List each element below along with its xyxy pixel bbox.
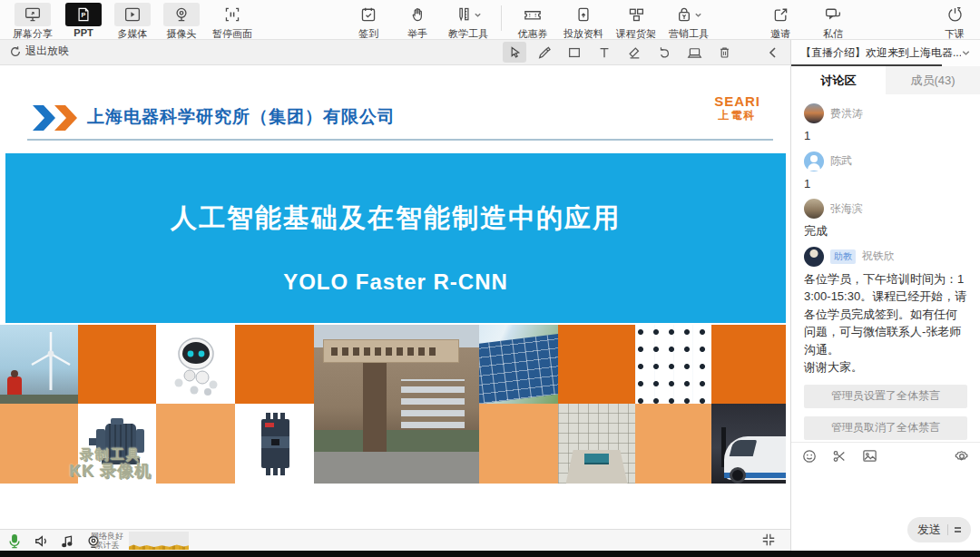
clear-trash-tool[interactable] — [712, 42, 736, 63]
pause-screen-button[interactable]: 暂停画面 — [212, 0, 252, 41]
prev-slide-button[interactable] — [761, 42, 785, 63]
send-divider — [947, 524, 948, 535]
orange-tile — [635, 404, 711, 484]
speaker-icon[interactable] — [34, 534, 49, 548]
chamber-table — [584, 454, 609, 464]
scissors-screenshot-icon[interactable] — [832, 449, 847, 464]
composer-toolbar — [791, 442, 980, 469]
photo-collage — [0, 325, 786, 484]
image-icon[interactable] — [862, 449, 877, 463]
camera-label: 摄像头 — [167, 27, 197, 41]
collage-col-3 — [156, 325, 235, 484]
toolbar-group-left: 屏幕分享 P PPT 多媒体 摄像头 暂停画面 — [13, 0, 252, 40]
coupon-button[interactable]: 优惠券 — [514, 0, 551, 41]
pen-tool[interactable] — [533, 42, 556, 63]
window-bottom-edge — [0, 551, 980, 557]
ppt-button[interactable]: P PPT — [65, 0, 102, 38]
power-exit-icon — [946, 6, 964, 23]
chat-bubbles-icon — [824, 6, 842, 23]
multimedia-button[interactable]: 多媒体 — [114, 0, 151, 41]
pause-screen-icon — [223, 6, 241, 23]
solar-panels-photo — [479, 325, 558, 404]
multimedia-tile — [114, 3, 151, 26]
teaching-tools-button[interactable]: 教学工具 — [448, 0, 488, 41]
undo-tool[interactable] — [652, 42, 676, 63]
chat-message: 陈武 1 — [804, 151, 967, 193]
collage-col-2 — [78, 325, 156, 484]
collage-col-8 — [635, 325, 711, 484]
end-class-label: 下课 — [945, 27, 965, 41]
document-upload-icon — [575, 6, 592, 23]
slide-header: 上海电器科学研究所（集团）有限公司 SEARI 上電科 — [27, 102, 764, 142]
undo-icon — [657, 45, 671, 60]
orange-tile — [558, 325, 635, 404]
chat-message: 助教祝铁欣 各位学员，下午培训时间为：13:00-15:30。课程已经开始，请各… — [804, 247, 967, 376]
music-note-icon[interactable] — [61, 534, 74, 548]
svg-text:P: P — [82, 11, 86, 19]
coupon-tile — [514, 3, 551, 26]
direct-message-button[interactable]: 私信 — [815, 0, 851, 41]
emoji-icon[interactable] — [802, 449, 817, 464]
network-quality-label: 网络良好 — [87, 532, 127, 541]
direct-message-tile — [815, 3, 851, 26]
message-text: 1 — [804, 127, 967, 145]
invite-button[interactable]: 邀请 — [762, 0, 799, 41]
exit-presentation-label: 退出放映 — [25, 44, 69, 59]
screen-share-button[interactable]: 屏幕分享 — [13, 0, 53, 41]
toolbar-group-center: 签到 举手 教学工具 优惠券 投放资料 — [350, 0, 709, 40]
end-class-button[interactable]: 下课 — [936, 0, 973, 41]
exit-fullscreen-button[interactable] — [761, 533, 776, 547]
camera-button[interactable]: 摄像头 — [163, 0, 200, 41]
slide-subtitle: YOLO Faster R-CNN — [5, 269, 786, 295]
toolbar-group-right: 邀请 私信 — [762, 0, 851, 40]
materials-button[interactable]: 投放资料 — [564, 0, 603, 41]
raise-hand-button[interactable]: 举手 — [399, 0, 436, 41]
send-button[interactable]: 发送 — [907, 517, 971, 542]
select-cursor-tool[interactable] — [503, 42, 526, 63]
message-text: 各位学员，下午培训时间为：13:00-15:30。课程已经开始，请各位学员完成签… — [804, 270, 967, 376]
cursor-icon — [508, 45, 522, 59]
institute-building-photo — [314, 325, 479, 484]
live-intro-title: 【直播介绍】欢迎来到上海电器... — [800, 45, 961, 61]
settings-gear-icon[interactable] — [955, 449, 969, 464]
live-intro-header[interactable]: 【直播介绍】欢迎来到上海电器... — [791, 40, 980, 66]
orange-tile — [711, 325, 786, 404]
send-options-icon — [955, 527, 961, 529]
company-title: 上海电器科学研究所（集团）有限公司 — [87, 105, 396, 129]
building-windows — [401, 379, 465, 428]
materials-tile — [565, 3, 602, 26]
course-shelf-tile — [618, 3, 654, 26]
whiteboard-tool[interactable] — [682, 42, 706, 63]
microphone-icon[interactable] — [7, 533, 22, 549]
sign-in-tile — [350, 3, 387, 26]
eraser-tool[interactable] — [622, 42, 646, 63]
message-input[interactable] — [791, 469, 980, 516]
chat-sidebar: 【直播介绍】欢迎来到上海电器... 讨论区 成员(43) 费洪涛 1 陈武 1 … — [791, 40, 980, 551]
send-row: 发送 — [791, 516, 980, 551]
direct-message-label: 私信 — [823, 27, 843, 41]
exit-presentation-button[interactable]: 退出放映 — [9, 44, 69, 59]
pause-screen-label: 暂停画面 — [212, 27, 252, 41]
avatar — [804, 247, 824, 267]
materials-label: 投放资料 — [564, 27, 603, 41]
rectangle-tool[interactable] — [563, 42, 586, 63]
webcam-icon — [172, 6, 191, 23]
course-shelf-button[interactable]: 课程货架 — [616, 0, 656, 41]
electric-motor-photo — [78, 404, 156, 484]
tab-members[interactable]: 成员(43) — [886, 66, 980, 94]
sign-in-button[interactable]: 签到 — [350, 0, 387, 41]
marketing-tools-button[interactable]: 营销工具 — [669, 0, 709, 41]
teaching-tools-tile — [450, 3, 486, 26]
top-toolbar: 屏幕分享 P PPT 多媒体 摄像头 暂停画面 — [0, 0, 980, 40]
message-list[interactable]: 费洪涛 1 陈武 1 张海滨 完成 助教祝铁欣 各位学员，下午培训时间为：13:… — [791, 94, 980, 442]
header-divider-line — [27, 139, 773, 141]
share-out-icon — [772, 6, 789, 23]
marketing-tools-tile — [671, 3, 707, 26]
tab-discussion[interactable]: 讨论区 — [791, 66, 886, 94]
solar-panel-grid — [479, 334, 558, 404]
shelf-grid-icon — [627, 6, 645, 23]
test-chamber-photo — [558, 404, 635, 484]
collage-col-9 — [711, 325, 786, 484]
text-tool[interactable] — [593, 42, 616, 63]
collage-col-7 — [558, 325, 635, 484]
